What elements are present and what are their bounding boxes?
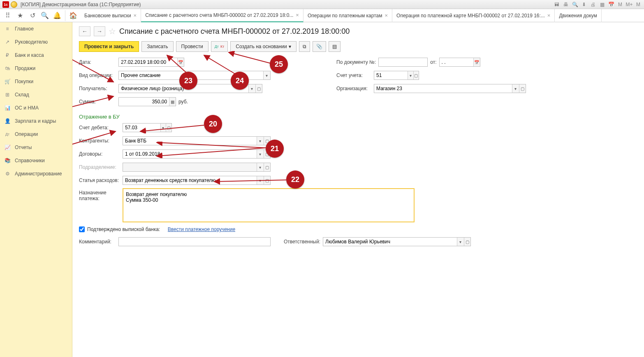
date-input-group[interactable]: 📅 [118,58,184,67]
open-icon[interactable]: ▢ [166,124,171,132]
dtkt-button[interactable]: ДтКт [211,41,228,52]
sidebar-item-sales[interactable]: 🛍Продажи [0,62,72,75]
contragent-input-group[interactable]: ▾▢ [123,136,271,145]
confirmed-checkbox[interactable] [79,226,85,232]
sidebar-item-assets[interactable]: 📊ОС и НМА [0,101,72,114]
chevron-down-icon[interactable]: ▾ [457,238,463,246]
post-button[interactable]: Провести [176,41,208,52]
contragent-input[interactable] [123,137,257,145]
search-icon[interactable]: 🔍 [39,10,50,21]
chevron-down-icon[interactable]: ▾ [408,71,413,79]
sidebar-item-salary[interactable]: 👤Зарплата и кадры [0,114,72,128]
table-icon[interactable]: ▦ [599,1,605,8]
chevron-down-icon[interactable]: ▾ [257,150,263,158]
open-icon[interactable]: ▢ [413,71,419,79]
print-icon[interactable]: 🖶 [563,1,569,8]
account-input[interactable] [374,71,408,79]
doc-num-input-group[interactable] [378,58,428,67]
payment-order-link[interactable]: Ввести платежное поручение [168,226,235,232]
back-button[interactable]: ← [79,26,90,36]
menu-circle-icon[interactable] [11,1,17,8]
expense-input[interactable] [123,176,257,184]
sidebar-item-operations[interactable]: ДтОперации [0,128,72,141]
purpose-textarea-wrap[interactable] [123,188,415,222]
responsible-input[interactable] [323,238,457,246]
sidebar-item-bank[interactable]: ₽Банк и касса [0,49,72,62]
from-date-input-group[interactable]: 📅 [439,58,480,67]
close-icon[interactable]: × [134,12,137,19]
sidebar-item-directories[interactable]: 📚Справочники [0,154,72,167]
purpose-textarea[interactable] [125,190,412,219]
tab-card-ops[interactable]: Операции по платежным картам× [303,9,392,22]
tab-card-op-single[interactable]: Операция по платежной карте МНБП-000002 … [392,9,555,22]
sidebar-item-purchases[interactable]: 🛒Покупки [0,75,72,88]
chevron-down-icon[interactable]: ▾ [248,84,255,93]
m-last-icon[interactable]: M [635,1,642,8]
tab-writeoff[interactable]: Списание с расчетного счета МНБП-000002 … [141,9,303,22]
preview-icon[interactable]: 🔍 [572,1,578,8]
post-and-close-button[interactable]: Провести и закрыть [79,41,139,52]
debit-label: Счет дебета: [79,125,120,131]
calendar-icon[interactable]: 📅 [608,1,614,8]
contracts-input[interactable] [123,150,257,158]
close-icon[interactable]: × [385,12,388,19]
division-input-group: ▾▢ [123,163,271,172]
contracts-input-group[interactable]: ▾▢ [123,149,271,159]
debit-input[interactable] [123,124,160,132]
printer-icon[interactable]: 🖨 [590,1,596,8]
favorite-icon[interactable]: ★ [15,10,25,21]
chevron-down-icon[interactable]: ▾ [257,176,263,184]
chevron-down-icon[interactable]: ▾ [160,124,166,132]
chevron-down-icon[interactable]: ▾ [512,84,519,93]
org-input[interactable] [374,84,512,93]
tab-bank-statements[interactable]: Банковские выписки× [80,9,141,22]
star-icon[interactable]: ☆ [109,26,116,36]
close-icon[interactable]: × [296,12,299,18]
calendar-icon[interactable]: 📅 [177,58,184,66]
m-plus-icon[interactable]: M+ [626,1,632,8]
notify-icon[interactable]: 🔔 [52,10,63,21]
sidebar-item-warehouse[interactable]: ⊞Склад [0,88,72,101]
open-icon[interactable]: ▢ [255,84,262,93]
org-input-group[interactable]: ▾▢ [374,84,526,93]
window-title: [КОПИЯ] Демонстрационная база (1С:Предпр… [21,2,554,7]
structure-button[interactable]: ⧉ [299,41,310,52]
account-input-group[interactable]: ▾▢ [374,71,419,80]
sidebar-item-label: Продажи [15,65,35,71]
create-based-on-button[interactable]: Создать на основании ▾ [230,41,297,52]
responsible-input-group[interactable]: ▾▢ [323,237,471,246]
date-input[interactable] [119,58,177,66]
save-button[interactable]: Записать [141,41,173,52]
from-date-input[interactable] [440,58,474,66]
calc-icon[interactable]: ▦ [169,98,176,106]
sidebar-item-admin[interactable]: ⚙Администрирование [0,167,72,180]
chevron-down-icon[interactable]: ▾ [257,137,263,145]
doc-num-input[interactable] [379,58,427,66]
list-button[interactable]: ▤ [329,41,341,52]
close-icon[interactable]: × [547,12,551,19]
history-icon[interactable]: ↺ [27,10,38,21]
sidebar-item-manager[interactable]: ↗Руководителю [0,35,72,49]
sidebar-item-main[interactable]: ≡Главное [0,22,72,35]
sidebar: ≡Главное ↗Руководителю ₽Банк и касса 🛍Пр… [0,22,72,357]
apps-icon[interactable]: ⠿ [2,10,13,21]
attach-button[interactable]: 📎 [313,41,326,52]
open-icon[interactable]: ▢ [464,238,470,246]
open-icon[interactable]: ▢ [264,176,270,184]
open-icon[interactable]: ▢ [519,84,526,93]
download-icon[interactable]: ⬇ [581,1,587,8]
forward-button[interactable]: → [94,26,105,36]
comment-input[interactable] [119,238,270,246]
calendar-icon[interactable]: 📅 [473,58,480,66]
home-icon[interactable]: 🏠 [68,10,79,21]
sum-input[interactable] [119,98,169,106]
debit-input-group[interactable]: ▾▢ [123,123,172,132]
tab-movements[interactable]: Движения докум [555,9,601,22]
save-icon[interactable]: 🖬 [554,1,560,8]
sum-input-group[interactable]: ▦ [118,97,176,106]
sidebar-item-reports[interactable]: 📈Отчеты [0,141,72,154]
chevron-down-icon[interactable]: ▾ [263,71,270,79]
comment-input-group[interactable] [118,237,271,246]
expense-input-group[interactable]: ▾▢ [123,176,271,185]
m-icon[interactable]: M [617,1,623,8]
